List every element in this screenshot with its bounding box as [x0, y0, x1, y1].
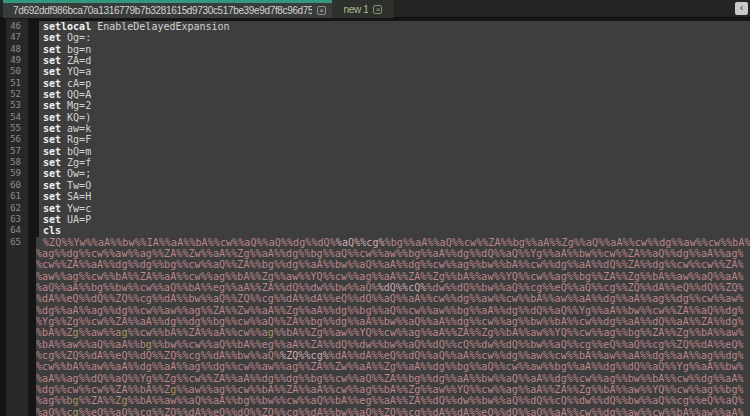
variable-token-segment: %%bA%%aw%%aQ%%aA%%bg%%bw%%cw%%aQ%%bA%%eg… — [128, 395, 744, 406]
code-keyword: set — [43, 112, 61, 123]
code-line[interactable]: set KQ=) — [39, 112, 750, 123]
code-keyword: set — [43, 134, 61, 145]
line-number: 54 — [0, 112, 36, 123]
variable-token-segment: %%cw%%bA%%ZA%%aA%%cw%%a — [128, 327, 268, 338]
obfuscated-variable-row[interactable]: %aQ%%cg%%eQ%%aQ%%cg%%ZQ%%dA%%eQ%%dQ%%ZQ%… — [36, 407, 750, 416]
code-argument: bg=n — [61, 44, 91, 55]
line-number: 64 — [0, 225, 36, 236]
editor-area[interactable]: 4647484950515253545556575859606162636465… — [0, 19, 750, 416]
line-number: 62 — [0, 203, 36, 214]
variable-token-segment: %%bA%%Zg%%aw%%YQ%%cw%%ag%%aA%%ZA%%Zg%%bA… — [274, 327, 744, 338]
code-line[interactable]: set cA=p — [39, 78, 750, 89]
variable-token-segment: %ZQ%%cg% — [280, 350, 329, 361]
obfuscated-variable-row[interactable]: %cw%%bA%%aw%%aA%%dg%%aA%%ag%%dg%%cw%%aw%… — [36, 361, 750, 372]
code-line[interactable]: set Mg=2 — [39, 100, 750, 111]
code-keyword: set — [43, 146, 61, 157]
variable-token-segment: %%aw%%a — [79, 327, 122, 338]
line-number: 65 — [0, 237, 36, 248]
obfuscated-variable-row[interactable]: %aw%%ag%%cw%%bA%%ZA%%aA%%cw%%ag%%bA%%Zg%… — [36, 271, 750, 282]
tab-new-1[interactable]: new 1 × — [332, 0, 394, 18]
code-line[interactable]: set Ow=; — [39, 168, 750, 179]
obfuscated-variable-row[interactable]: %dg%%cw%%cw%%ZA%%bA%%Zg%%aw%%ag%%cw%%bA%… — [36, 384, 750, 395]
obfuscated-variable-row[interactable]: %Yg%%Zg%%cw%%ZA%%aA%%dg%%dg%%bg%%cw%%aQ%… — [36, 316, 750, 327]
variable-token-segment: %dA%%eQ%%dQ%%ZQ%%cg%%dA%%bw%%aQ%%ZQ%%cg%… — [36, 293, 744, 304]
variable-token-segment: %Yg%%Zg%%cw%%ZA%%aA%%dg%%dg%%bg%%cw%%aQ%… — [36, 316, 744, 327]
line-number: 63 — [0, 214, 36, 225]
line-number: 53 — [0, 100, 36, 111]
code-keyword: set — [43, 66, 61, 77]
code-line[interactable]: set ZA=d — [39, 55, 750, 66]
code-argument: YQ=a — [61, 66, 91, 77]
variable-token-segment: %aw%%ag%%cw%%bA%%ZA%%aA%%cw%%ag%%bA%%Zg%… — [36, 271, 744, 282]
code-line[interactable]: set Tw=O — [39, 180, 750, 191]
code-keyword: set — [43, 78, 61, 89]
line-number: 46 — [0, 21, 36, 32]
code-argument: Tw=O — [61, 180, 91, 191]
variable-token-segment: %%bw%%cw%%aQ%%bA%%eg%%aA%%ZA%%dQ%%dw%%bw… — [152, 339, 744, 350]
tab-file-hash[interactable]: 7d692ddf986bca70a1316779b7b3281615d9730c… — [3, 0, 332, 18]
code-line[interactable]: set Zg=f — [39, 157, 750, 168]
tab-new-1-label: new 1 — [344, 4, 369, 15]
close-icon[interactable]: × — [317, 6, 326, 15]
variable-token-segment: %dQ%%cQ% — [378, 282, 427, 293]
obfuscated-variable-row[interactable]: %cw%%ZA%%aA%%dg%%dg%%bg%%cw%%aQ%%ZA%%bg%… — [36, 259, 750, 270]
code-line[interactable]: set QQ=A — [39, 89, 750, 100]
obfuscated-variable-row[interactable]: %cg%%ZQ%%dA%%eQ%%dQ%%ZQ%%cg%%dA%%bw%%aQ%… — [36, 350, 750, 361]
code-keyword: set — [43, 191, 61, 202]
obfuscated-variable-row[interactable]: %bA%%Zg%%aw%%ag%%cw%%bA%%ZA%%aA%%cw%%ag%… — [36, 327, 750, 338]
close-icon[interactable]: × — [373, 5, 382, 14]
variable-token-segment: %cw%%ZA%%aA%%dg%%dg%%bg%%cw%%aQ%%ZA%%bg%… — [36, 259, 744, 270]
variable-token-segment: %bA%%aw%%aQ%%aA%%b — [36, 339, 146, 350]
code-line[interactable]: set SA=H — [39, 191, 750, 202]
code-line[interactable]: cls — [39, 225, 750, 236]
code-keyword: set — [43, 55, 61, 66]
line-number: 56 — [0, 134, 36, 145]
code-keyword: set — [43, 203, 61, 214]
tab-scroll-button[interactable]: ‹ — [735, 2, 748, 15]
code-argument: SA=H — [61, 191, 91, 202]
variable-token-segment: %aA%%ag%%dQ%%aQ%%Yg%%Zg%%cw%%ZA%%aA%%dg%… — [36, 373, 744, 384]
code-argument: Ow=; — [61, 168, 91, 179]
obfuscated-variable-row[interactable]: %aQ%%aA%%bg%%bw%%cw%%aQ%%bA%%eg%%aA%%ZA%… — [36, 282, 750, 293]
line-number: 60 — [0, 180, 36, 191]
variable-token-segment: %dg%%cw%%cw%%ZA%%bA%%Z — [36, 384, 170, 395]
tab-file-hash-label: 7d692ddf986bca70a1316779b7b3281615d9730c… — [13, 5, 312, 16]
obfuscated-variable-row[interactable]: %ZQ%%Yw%%aA%%bw%%IA%%aA%%bA%%cw%%aQ%%aQ%… — [36, 237, 750, 248]
obfuscated-variable-row[interactable]: %bA%%aw%%aQ%%aA%%bg%%bw%%cw%%aQ%%bA%%eg%… — [36, 339, 750, 350]
code-line[interactable]: set UA=P — [39, 214, 750, 225]
obfuscated-variable-row[interactable]: %ag%%dg%%cw%%aw%%ag%%ZA%%Zw%%aA%%Zg%%aA%… — [36, 248, 750, 259]
code-line[interactable]: set YQ=a — [39, 66, 750, 77]
code-line[interactable]: set bg=n — [39, 44, 750, 55]
code-argument: aw=k — [61, 123, 91, 134]
obfuscated-variable-row[interactable]: %dg%%aA%%ag%%dg%%cw%%aw%%ag%%ZA%%Zw%%aA%… — [36, 305, 750, 316]
code-line[interactable]: set bQ=m — [39, 146, 750, 157]
code-argument: Og=: — [61, 32, 91, 43]
variable-token-segment: %ZQ%%Yw%%aA%%bw%%IA%%aA%%bA%%cw%%aQ%%aQ%… — [43, 237, 336, 248]
line-number: 57 — [0, 146, 36, 157]
obfuscated-variable-row[interactable]: %dA%%eQ%%dQ%%ZQ%%cg%%dA%%bw%%aQ%%ZQ%%cg%… — [36, 293, 750, 304]
variable-token-segment: %ag%%dg%%cw%%aw%%ag%%ZA%%Zw%%aA%%Zg%%aA%… — [36, 248, 744, 259]
obfuscated-variable-row[interactable]: %aA%%ag%%dQ%%aQ%%Yg%%Zg%%cw%%ZA%%aA%%dg%… — [36, 373, 750, 384]
code-line[interactable]: set Og=: — [39, 32, 750, 43]
variable-token-segment: %%aw%%ag%%cw%%bA%%ZA%%aA%%cw%%ag%%bA%%Zg… — [176, 384, 743, 395]
variable-token-segment: %aQ%%cg% — [336, 237, 385, 248]
code-line[interactable]: setlocal EnableDelayedExpansion — [39, 21, 750, 32]
code-keyword: set — [43, 168, 61, 179]
code-keyword: set — [43, 157, 61, 168]
text-editor-window: 7d692ddf986bca70a1316779b7b3281615d9730c… — [0, 0, 750, 416]
line-number: 58 — [0, 157, 36, 168]
variable-token-segment: %aQ%%c — [36, 407, 73, 416]
code-line[interactable]: set Rg=F — [39, 134, 750, 145]
obfuscated-variable-row[interactable]: %ag%%bg%%ZA%%Zg%%bA%%aw%%aQ%%aA%%bg%%bw%… — [36, 395, 750, 406]
code-keyword: setlocal — [43, 21, 91, 32]
code-line[interactable]: set aw=k — [39, 123, 750, 134]
variable-token-segment: %ag%%b — [36, 395, 73, 406]
code-lines[interactable]: setlocal EnableDelayedExpansionset Og=:s… — [36, 21, 750, 416]
variable-token-segment: %cg%%ZQ%%dA%%eQ%%dQ%%ZQ%%cg%%dA%%bw%%aQ% — [36, 350, 280, 361]
line-number: 51 — [0, 78, 36, 89]
line-number: 48 — [0, 44, 36, 55]
variable-token-segment: %dg%%aA%%ag%%dg%%cw%%aw%%ag%%ZA%%Zw%%aA%… — [36, 305, 744, 316]
line-number: 52 — [0, 89, 36, 100]
code-keyword: set — [43, 32, 61, 43]
code-line[interactable]: set Yw=c — [39, 203, 750, 214]
